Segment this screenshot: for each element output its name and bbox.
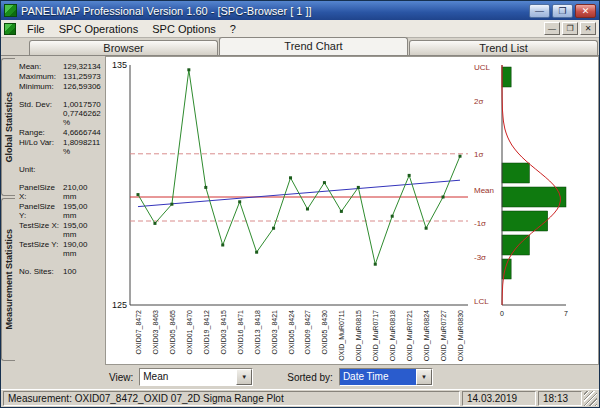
menu-file[interactable]: File [20, 21, 52, 37]
app-icon[interactable] [4, 4, 17, 17]
stat-row: Hi/Lo Var:1,8098211 % [19, 138, 103, 156]
data-point [221, 244, 224, 247]
y-tick-label: 135 [112, 60, 127, 70]
data-point [323, 181, 326, 184]
minimize-icon[interactable]: — [529, 4, 550, 18]
stat-value [63, 165, 103, 174]
tab-trend-chart[interactable]: Trend Chart [219, 37, 408, 55]
histogram-bar [502, 187, 566, 207]
menu-spc-options[interactable]: SPC Options [145, 21, 223, 37]
data-point [425, 227, 428, 230]
trend-chart-svg: 135125OXID07_8472OXID03_8463OXID05_8465O… [106, 57, 472, 362]
data-point [442, 196, 445, 199]
stat-value: 195,00 mm [63, 221, 103, 239]
title-bar: PANELMAP Professional Version 1.60 - [SP… [1, 1, 599, 20]
stat-row: Mean:129,32134 [19, 62, 103, 71]
window-controls: — ❐ ✕ [529, 4, 596, 18]
view-label: View: [109, 372, 133, 383]
sorted-by-dropdown-value[interactable]: Date Time [340, 369, 416, 385]
x-tick-label: OXID03_8463 [152, 310, 160, 354]
stat-value: 100 [63, 267, 103, 276]
sigma-label: UCL [474, 63, 490, 72]
stat-value: 1,8098211 % [63, 138, 103, 156]
stat-label: Hi/Lo Var: [19, 138, 63, 156]
stat-spacer [19, 175, 103, 183]
sigma-label: LCL [474, 297, 489, 306]
x-tick-label: OXID13_8418 [254, 310, 262, 354]
stat-row: TestSize X:195,00 mm [19, 221, 103, 239]
x-tick-label: OXID_MuR0717 [372, 310, 380, 361]
view-dropdown-value[interactable]: Mean [140, 369, 236, 385]
stat-value: 4,6666744 [63, 128, 103, 137]
x-tick-label: OXID_MuR0727 [440, 310, 448, 361]
data-point [357, 186, 360, 189]
stat-label: No. Sites: [19, 267, 63, 276]
stat-value: 1,00175700,7746262 % [63, 100, 103, 127]
stat-label: PanelSize X: [19, 183, 63, 201]
maximize-icon[interactable]: ❐ [552, 4, 573, 18]
sorted-by-label: Sorted by: [287, 372, 333, 383]
close-icon[interactable]: ✕ [575, 4, 596, 18]
data-point [391, 215, 394, 218]
stat-row: Range:4,6666744 [19, 128, 103, 137]
hist-x-tick-label: 0 [500, 310, 504, 317]
stat-row: Maximum:131,25973 [19, 72, 103, 81]
stat-row: No. Sites:100 [19, 267, 103, 276]
stat-row: TestSize Y:190,00 mm [19, 240, 103, 258]
side-tab-strip: Global Statistics Measurement Statistics [1, 56, 15, 365]
sigma-axis: UCL2σ1σMean-1σ-3σLCL [472, 57, 498, 362]
stat-label: TestSize X: [19, 221, 63, 239]
resize-grip[interactable] [584, 391, 597, 406]
data-point [306, 208, 309, 211]
stat-value: 210,00 mm [63, 183, 103, 201]
side-tab-measurement-statistics[interactable]: Measurement Statistics [1, 198, 15, 361]
content-row: Global Statistics Measurement Statistics… [1, 56, 599, 365]
stat-value: 129,32134 [63, 62, 103, 71]
histogram-bar [502, 163, 529, 183]
stat-row: PanelSize X:210,00 mm [19, 183, 103, 201]
stat-value: 190,00 mm [63, 240, 103, 258]
x-tick-label: OXID03_8415 [220, 310, 228, 354]
status-bar: Measurement: OXID07_8472_OXID 07_2D Sigm… [1, 389, 599, 407]
x-tick-label: OXID19_8412 [203, 310, 211, 354]
histogram-bar [502, 211, 548, 231]
data-point [204, 186, 207, 189]
tab-strip: Browser Trend Chart Trend List [1, 38, 599, 56]
stat-row: Std. Dev:1,00175700,7746262 % [19, 100, 103, 127]
data-point [137, 193, 140, 196]
sigma-label: Mean [474, 186, 494, 195]
data-point [459, 155, 462, 158]
x-tick-label: OXID09_8427 [304, 310, 312, 354]
child-restore-icon[interactable]: ❐ [562, 22, 578, 35]
stat-spacer [19, 157, 103, 165]
tab-browser[interactable]: Browser [29, 40, 218, 55]
chevron-down-icon[interactable]: ▼ [416, 369, 432, 385]
x-tick-label: OXID03_8421 [271, 310, 279, 354]
x-tick-label: OXID_MuR0824 [423, 310, 431, 361]
side-tab-global-statistics[interactable]: Global Statistics [1, 58, 15, 196]
child-close-icon[interactable]: ✕ [580, 22, 596, 35]
status-time: 18:13 [538, 391, 582, 406]
chevron-down-icon[interactable]: ▼ [236, 369, 252, 385]
data-point [187, 68, 190, 71]
data-point [408, 174, 411, 177]
stat-value: 131,25973 [63, 72, 103, 81]
y-tick-label: 125 [112, 300, 127, 310]
view-dropdown[interactable]: Mean ▼ [139, 368, 253, 386]
stat-label: Minimum: [19, 82, 63, 91]
x-tick-label: OXID16_8471 [237, 310, 245, 354]
chart-content: 135125OXID07_8472OXID03_8463OXID05_8465O… [105, 56, 599, 365]
x-tick-label: OXID01_8470 [186, 310, 194, 354]
tab-trend-list[interactable]: Trend List [409, 40, 598, 55]
data-point [255, 251, 258, 254]
menu-help[interactable]: ? [223, 21, 243, 37]
child-window-icon[interactable] [4, 23, 16, 35]
x-tick-label: OXID05_8430 [321, 310, 329, 354]
data-point [374, 263, 377, 266]
menu-spc-operations[interactable]: SPC Operations [52, 21, 145, 37]
sorted-by-dropdown[interactable]: Date Time ▼ [339, 368, 433, 386]
data-point [289, 176, 292, 179]
child-minimize-icon[interactable]: — [544, 22, 560, 35]
data-point [238, 200, 241, 203]
sigma-label: 2σ [474, 97, 483, 106]
